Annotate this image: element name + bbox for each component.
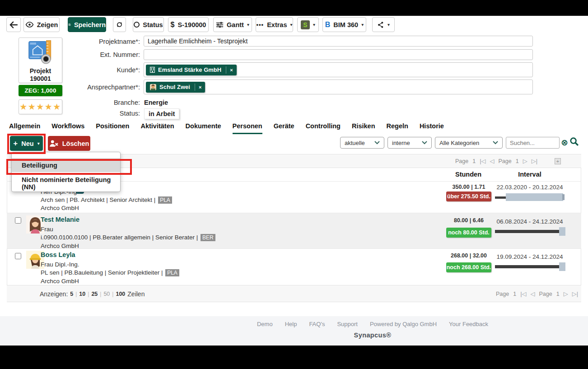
rows-option-10[interactable]: 10 bbox=[79, 291, 85, 297]
back-button[interactable] bbox=[6, 17, 21, 32]
search-icon[interactable] bbox=[569, 137, 579, 146]
sliders-icon bbox=[216, 22, 224, 28]
next-page-icon[interactable]: ▷ bbox=[564, 290, 568, 297]
kunde-field[interactable]: Emsland Stärke GmbH × bbox=[144, 62, 533, 77]
kunde-tag[interactable]: Emsland Stärke GmbH × bbox=[146, 65, 237, 75]
ansprechpartner-tag-label: Schul Zwei bbox=[159, 84, 190, 90]
rows-option-50[interactable]: 50 bbox=[103, 291, 110, 297]
footer-link-demo[interactable]: Demo bbox=[257, 321, 273, 327]
interval-bar-fill[interactable] bbox=[495, 230, 559, 233]
synapcus-app-button[interactable]: S ▾ bbox=[297, 17, 319, 32]
bim360-button[interactable]: B BIM 360 ▾ bbox=[322, 17, 366, 32]
prev-page-icon[interactable]: ◁ bbox=[490, 158, 495, 164]
column-header-stunden: Stunden bbox=[445, 171, 492, 178]
remove-kunde-icon[interactable]: × bbox=[226, 66, 236, 74]
project-number: 190001 bbox=[19, 75, 62, 82]
tab-allgemein[interactable]: Allgemein bbox=[9, 122, 40, 134]
tab-dokumente[interactable]: Dokumente bbox=[186, 122, 221, 134]
kategorie-select[interactable]: Alle Kategorien bbox=[435, 137, 503, 149]
ansprechpartner-tag[interactable]: Schul Zwei × bbox=[146, 82, 205, 93]
tab-geraete[interactable]: Geräte bbox=[274, 122, 294, 134]
menu-item-nn-beteiligung[interactable]: Nicht nominierte Beteiligung (NN) bbox=[12, 177, 120, 190]
project-number-button[interactable]: $ S-190000 bbox=[168, 17, 209, 32]
search-input[interactable] bbox=[506, 137, 560, 149]
interval-bar-handle[interactable] bbox=[559, 262, 565, 271]
person-company: Archco GmbH bbox=[41, 205, 79, 211]
last-page-icon[interactable]: ▷| bbox=[532, 158, 537, 164]
bim-logo-icon: B bbox=[325, 21, 331, 29]
first-page-icon[interactable]: |◁ bbox=[480, 158, 485, 164]
hours-value: 350.00 | 1.71 bbox=[446, 184, 491, 190]
refresh-button[interactable] bbox=[113, 17, 126, 32]
interval-bar-fill[interactable] bbox=[495, 265, 559, 268]
tab-workflows[interactable]: Workflows bbox=[51, 122, 84, 134]
rows-option-25[interactable]: 25 bbox=[91, 291, 98, 297]
tab-aktivitaeten[interactable]: Aktivitäten bbox=[140, 122, 174, 134]
tab-regeln[interactable]: Regeln bbox=[387, 122, 408, 134]
table-pagination-top: Page 1 |◁ ◁ Page 1 ▷ ▷| bbox=[455, 158, 537, 164]
branche-label: Branche: bbox=[34, 99, 140, 106]
status-value-box: in Arbeit bbox=[144, 108, 179, 119]
neu-label: Neu bbox=[21, 140, 33, 147]
gantt-button[interactable]: Gantt ▾ bbox=[213, 17, 252, 32]
tab-historie[interactable]: Historie bbox=[420, 122, 444, 134]
gantt-label: Gantt bbox=[227, 21, 244, 28]
status-form-label: Status: bbox=[34, 110, 140, 117]
projektname-input[interactable] bbox=[144, 36, 533, 47]
column-header-interval: Interval bbox=[494, 171, 566, 178]
typ-select[interactable]: interne bbox=[387, 137, 432, 149]
footer-link-support[interactable]: Support bbox=[337, 321, 358, 327]
typ-value: interne bbox=[392, 140, 410, 146]
footer-link-help[interactable]: Help bbox=[285, 321, 297, 327]
expand-plus-icon[interactable]: + bbox=[555, 158, 561, 164]
first-page-icon[interactable]: |◁ bbox=[520, 290, 526, 297]
hours-badge: noch 268.00 Std. bbox=[446, 262, 491, 272]
zeigen-button[interactable]: Zeigen bbox=[23, 17, 60, 32]
interval-bar-handle[interactable] bbox=[559, 227, 565, 236]
tab-personen[interactable]: Personen bbox=[233, 122, 262, 134]
person-name[interactable]: Test Melanie bbox=[41, 216, 79, 223]
row-checkbox[interactable] bbox=[15, 253, 21, 259]
plus-icon: + bbox=[13, 139, 18, 148]
person-title: Frau bbox=[41, 226, 53, 233]
status-button[interactable]: Status bbox=[133, 17, 164, 32]
interval-bar-handle[interactable] bbox=[562, 194, 565, 200]
next-page-icon[interactable]: ▷ bbox=[523, 158, 527, 164]
person-name[interactable]: Boss Leyla bbox=[41, 251, 75, 258]
interval-bar-lead bbox=[495, 196, 506, 199]
zeitraum-value: aktuelle bbox=[345, 140, 365, 146]
loeschen-button[interactable]: Löschen bbox=[48, 136, 90, 151]
tab-risiken[interactable]: Risiken bbox=[352, 122, 375, 134]
prev-page-icon[interactable]: ◁ bbox=[531, 290, 535, 297]
rows-option-100[interactable]: 100 bbox=[116, 291, 125, 297]
page-number: 1 bbox=[472, 158, 476, 164]
row-divider bbox=[7, 248, 581, 249]
zeitraum-select[interactable]: aktuelle bbox=[340, 137, 384, 149]
footer-link-powered-by[interactable]: Powered by Qalgo GmbH bbox=[370, 321, 437, 327]
interval-bar-fill[interactable] bbox=[506, 193, 563, 201]
page-number: 1 bbox=[556, 291, 560, 297]
footer-link-faqs[interactable]: FAQ's bbox=[309, 321, 325, 327]
ansprechpartner-field[interactable]: Schul Zwei × bbox=[144, 79, 533, 94]
tab-bar: Allgemein Workflows Positionen Aktivität… bbox=[9, 122, 444, 134]
rows-option-5[interactable]: 5 bbox=[70, 291, 73, 297]
tab-controlling[interactable]: Controlling bbox=[306, 122, 341, 134]
clear-search-icon[interactable]: ⊗ bbox=[561, 137, 568, 148]
menu-item-beteiligung[interactable]: Beteiligung bbox=[12, 158, 120, 172]
ext-nummer-input[interactable] bbox=[144, 49, 533, 60]
chevron-down-icon: ▾ bbox=[387, 23, 390, 27]
interval-dates: 22.03.2020 - 20.12.2024 bbox=[494, 184, 566, 191]
row-checkbox[interactable] bbox=[15, 217, 21, 224]
neu-button[interactable]: + Neu ▾ bbox=[10, 136, 43, 151]
speichern-button[interactable]: Speichern bbox=[68, 17, 106, 32]
person-role: PL sen | PB.Bauleitung | Senior Projektl… bbox=[41, 269, 179, 276]
remove-ansprechpartner-icon[interactable]: × bbox=[195, 84, 205, 91]
share-button[interactable]: ▾ bbox=[372, 17, 395, 32]
extras-button[interactable]: ••• Extras ▾ bbox=[256, 17, 293, 32]
last-page-icon[interactable]: ▷| bbox=[572, 290, 578, 297]
tab-positionen[interactable]: Positionen bbox=[96, 122, 129, 134]
footer-link-feedback[interactable]: Your Feedback bbox=[449, 321, 488, 327]
ansprechpartner-label: Ansprechpartner*: bbox=[34, 84, 140, 91]
person-role: Arch sen | PB. Architekt | Senior Archit… bbox=[41, 196, 172, 204]
neu-dropdown-menu: Beteiligung Nicht nominierte Beteiligung… bbox=[11, 152, 121, 192]
